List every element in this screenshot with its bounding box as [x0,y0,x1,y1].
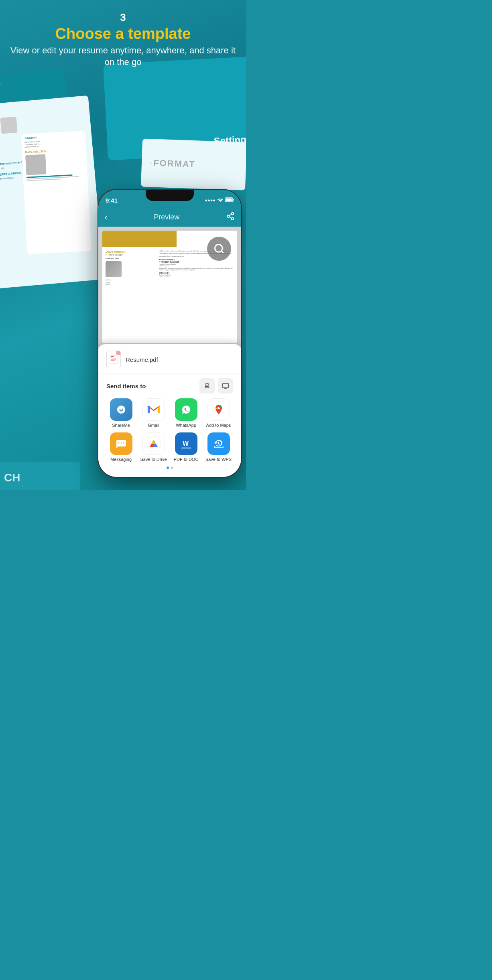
info-panel-card: SUMMARY Highly talented and a...Coordina… [21,131,91,254]
drive-icon [142,432,165,455]
messaging-icon [110,432,132,455]
send-icons [199,378,233,394]
svg-rect-12 [233,199,234,201]
resume-preview-inner: Dave Willson IT Project Manager Personal… [102,231,237,343]
app-grid-row1: ShareMe Gmail WhatsApp [98,395,241,429]
svg-rect-24 [111,359,116,360]
format-card: ‹ FORMAT [141,138,246,190]
savewps-label: Save to WPS [205,457,232,462]
app-drive[interactable]: Save to Drive [139,432,168,462]
svg-point-38 [123,442,124,444]
search-overlay-button[interactable] [207,237,231,261]
step-number: 3 [8,11,238,24]
battery-icon [225,197,234,203]
status-time: 9:41 [106,197,118,204]
job1-desc: Manage all IT projects by setting projec… [159,268,234,271]
file-row: Resume.pdf [98,351,241,373]
app-whatsapp[interactable]: WhatsApp [172,398,201,428]
svg-point-14 [232,212,234,215]
shareme-label: ShareMe [112,423,130,428]
page-subtitle: View or edit your resume anytime, anywhe… [10,45,236,67]
resume-avatar [106,261,122,277]
whatsapp-label: WhatsApp [176,423,196,428]
svg-rect-28 [206,387,208,388]
svg-point-16 [232,217,234,220]
page-title: Choose a template [8,25,238,43]
resume-header-bar [102,231,177,247]
pdfdoc-label: PDF to DOC [174,457,199,462]
app-shareme[interactable]: ShareMe [107,398,136,428]
svg-point-19 [215,245,223,252]
resume-preview: Dave Willson IT Project Manager Personal… [98,227,241,347]
phone-screen: 9:41 ●●●● ‹ Preview [98,190,241,477]
app-grid-row2: Messaging Save to Drive W PDF to DOC [98,429,241,463]
status-icons: ●●●● [205,197,234,203]
svg-rect-29 [223,383,229,388]
gmail-label: Gmail [148,423,159,428]
wifi-icon [217,197,224,203]
app-messaging[interactable]: Messaging [107,432,136,462]
back-button[interactable]: ‹ [105,213,108,222]
drive-label: Save to Drive [140,457,167,462]
screen-icon-btn[interactable] [218,378,233,394]
messaging-label: Messaging [110,457,132,462]
print-icon-btn[interactable] [199,378,215,394]
share-sheet: Resume.pdf Send items to [98,344,241,477]
app-maps[interactable]: Add to Maps [204,398,233,428]
send-label: Send items to [106,383,146,390]
savewps-icon [207,432,230,455]
dot-1 [167,467,169,469]
job2-date: 1/2016 - 3/2014 [159,276,234,278]
app-savewps[interactable]: Save to WPS [204,432,233,462]
job1-date: 5/2018 - Present [159,265,234,267]
svg-rect-23 [111,358,116,359]
dot-2 [171,467,173,469]
header-section: 3 Choose a template View or edit your re… [0,0,246,72]
maps-icon [207,398,230,421]
svg-rect-25 [111,360,115,361]
phone-container: 9:41 ●●●● ‹ Preview [98,189,246,490]
svg-rect-13 [226,199,232,201]
whatsapp-icon [175,398,197,421]
svg-point-15 [227,215,230,217]
shareme-icon [110,398,132,421]
svg-text:W: W [183,440,189,447]
nav-bar: ‹ Preview [98,207,241,227]
resume-job-title: IT Project Manager [106,254,156,256]
nav-title: Preview [154,213,179,221]
signal-icon: ●●●● [205,198,216,203]
app-pdfdoc[interactable]: W PDF to DOC [172,432,201,462]
maps-label: Add to Maps [206,423,231,428]
file-icon [106,351,121,368]
phone-notch [146,190,194,201]
ch-card: CH [0,462,80,490]
format-label: FORMAT [153,158,195,170]
svg-rect-27 [206,383,208,385]
phone-frame: 9:41 ●●●● ‹ Preview [98,189,242,478]
resume-address-text: AddressPhoneMobile [106,279,156,286]
share-button[interactable] [226,212,235,223]
pdfdoc-icon: W [175,432,197,455]
resume-name: Dave Willson [106,250,156,254]
svg-point-36 [118,442,119,444]
gmail-icon [142,398,165,421]
dot-indicator [98,463,241,469]
svg-point-37 [120,442,122,444]
svg-line-18 [229,214,232,215]
app-gmail[interactable]: Gmail [139,398,168,428]
svg-line-17 [229,217,232,218]
send-row: Send items to [98,373,241,395]
svg-rect-22 [111,356,114,357]
svg-rect-42 [181,447,191,449]
file-name: Resume.pdf [126,356,158,363]
resume-personal-label: Personal info [106,258,156,260]
svg-line-20 [221,251,223,253]
